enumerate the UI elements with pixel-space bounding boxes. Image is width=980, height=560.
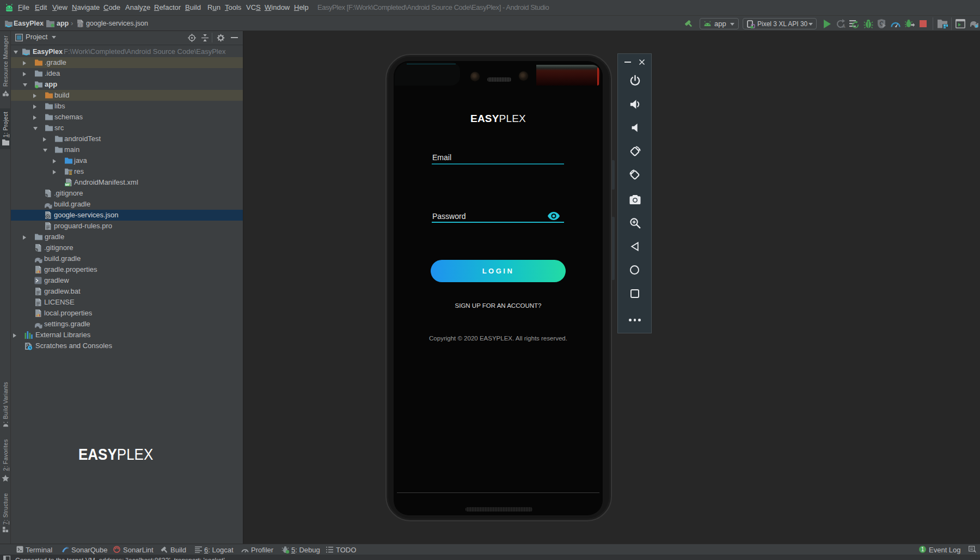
svg-text:A: A (842, 24, 846, 29)
svg-text:{;}: {;} (77, 22, 84, 27)
